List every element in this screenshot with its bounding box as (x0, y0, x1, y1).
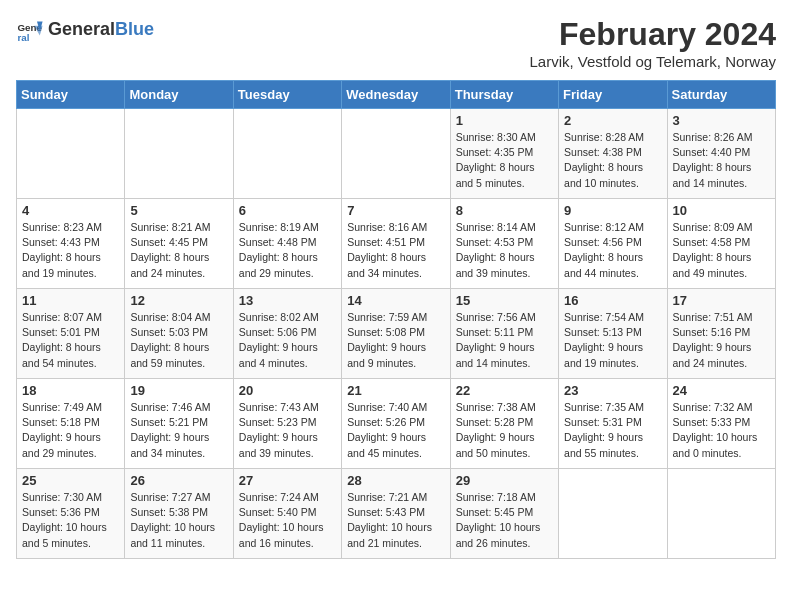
calendar-cell (342, 109, 450, 199)
day-info: Sunrise: 8:16 AM Sunset: 4:51 PM Dayligh… (347, 220, 444, 281)
calendar-cell: 5Sunrise: 8:21 AM Sunset: 4:45 PM Daylig… (125, 199, 233, 289)
day-info: Sunrise: 8:21 AM Sunset: 4:45 PM Dayligh… (130, 220, 227, 281)
calendar-cell (125, 109, 233, 199)
day-number: 21 (347, 383, 444, 398)
day-info: Sunrise: 8:09 AM Sunset: 4:58 PM Dayligh… (673, 220, 770, 281)
calendar-cell: 13Sunrise: 8:02 AM Sunset: 5:06 PM Dayli… (233, 289, 341, 379)
calendar-cell: 11Sunrise: 8:07 AM Sunset: 5:01 PM Dayli… (17, 289, 125, 379)
day-info: Sunrise: 7:40 AM Sunset: 5:26 PM Dayligh… (347, 400, 444, 461)
day-of-week-sunday: Sunday (17, 81, 125, 109)
day-info: Sunrise: 7:59 AM Sunset: 5:08 PM Dayligh… (347, 310, 444, 371)
calendar-cell: 28Sunrise: 7:21 AM Sunset: 5:43 PM Dayli… (342, 469, 450, 559)
day-info: Sunrise: 7:49 AM Sunset: 5:18 PM Dayligh… (22, 400, 119, 461)
day-info: Sunrise: 8:14 AM Sunset: 4:53 PM Dayligh… (456, 220, 553, 281)
calendar-cell: 4Sunrise: 8:23 AM Sunset: 4:43 PM Daylig… (17, 199, 125, 289)
week-row-1: 1Sunrise: 8:30 AM Sunset: 4:35 PM Daylig… (17, 109, 776, 199)
calendar-cell: 17Sunrise: 7:51 AM Sunset: 5:16 PM Dayli… (667, 289, 775, 379)
day-number: 5 (130, 203, 227, 218)
day-info: Sunrise: 8:02 AM Sunset: 5:06 PM Dayligh… (239, 310, 336, 371)
day-info: Sunrise: 8:12 AM Sunset: 4:56 PM Dayligh… (564, 220, 661, 281)
calendar-cell: 15Sunrise: 7:56 AM Sunset: 5:11 PM Dayli… (450, 289, 558, 379)
day-number: 2 (564, 113, 661, 128)
day-number: 13 (239, 293, 336, 308)
day-number: 1 (456, 113, 553, 128)
day-number: 19 (130, 383, 227, 398)
day-of-week-tuesday: Tuesday (233, 81, 341, 109)
day-info: Sunrise: 7:35 AM Sunset: 5:31 PM Dayligh… (564, 400, 661, 461)
day-info: Sunrise: 7:54 AM Sunset: 5:13 PM Dayligh… (564, 310, 661, 371)
day-number: 9 (564, 203, 661, 218)
calendar-cell: 23Sunrise: 7:35 AM Sunset: 5:31 PM Dayli… (559, 379, 667, 469)
location: Larvik, Vestfold og Telemark, Norway (530, 53, 777, 70)
day-info: Sunrise: 7:30 AM Sunset: 5:36 PM Dayligh… (22, 490, 119, 551)
day-number: 25 (22, 473, 119, 488)
title-area: February 2024 Larvik, Vestfold og Telema… (530, 16, 777, 70)
calendar-cell: 18Sunrise: 7:49 AM Sunset: 5:18 PM Dayli… (17, 379, 125, 469)
day-info: Sunrise: 8:04 AM Sunset: 5:03 PM Dayligh… (130, 310, 227, 371)
header: Gene ral GeneralBlue February 2024 Larvi… (16, 16, 776, 70)
calendar-cell: 10Sunrise: 8:09 AM Sunset: 4:58 PM Dayli… (667, 199, 775, 289)
day-number: 14 (347, 293, 444, 308)
day-info: Sunrise: 7:27 AM Sunset: 5:38 PM Dayligh… (130, 490, 227, 551)
day-number: 18 (22, 383, 119, 398)
calendar-cell: 22Sunrise: 7:38 AM Sunset: 5:28 PM Dayli… (450, 379, 558, 469)
day-of-week-wednesday: Wednesday (342, 81, 450, 109)
calendar-cell: 3Sunrise: 8:26 AM Sunset: 4:40 PM Daylig… (667, 109, 775, 199)
week-row-2: 4Sunrise: 8:23 AM Sunset: 4:43 PM Daylig… (17, 199, 776, 289)
day-number: 8 (456, 203, 553, 218)
day-number: 11 (22, 293, 119, 308)
day-number: 10 (673, 203, 770, 218)
day-number: 3 (673, 113, 770, 128)
day-info: Sunrise: 8:28 AM Sunset: 4:38 PM Dayligh… (564, 130, 661, 191)
logo-text-general: General (48, 20, 115, 40)
calendar-cell: 27Sunrise: 7:24 AM Sunset: 5:40 PM Dayli… (233, 469, 341, 559)
logo: Gene ral GeneralBlue (16, 16, 154, 44)
calendar-cell: 2Sunrise: 8:28 AM Sunset: 4:38 PM Daylig… (559, 109, 667, 199)
calendar-cell: 12Sunrise: 8:04 AM Sunset: 5:03 PM Dayli… (125, 289, 233, 379)
day-info: Sunrise: 8:26 AM Sunset: 4:40 PM Dayligh… (673, 130, 770, 191)
logo-text-blue: Blue (115, 20, 154, 40)
day-number: 6 (239, 203, 336, 218)
day-info: Sunrise: 7:51 AM Sunset: 5:16 PM Dayligh… (673, 310, 770, 371)
month-year: February 2024 (530, 16, 777, 53)
day-info: Sunrise: 8:23 AM Sunset: 4:43 PM Dayligh… (22, 220, 119, 281)
day-number: 28 (347, 473, 444, 488)
calendar-cell: 9Sunrise: 8:12 AM Sunset: 4:56 PM Daylig… (559, 199, 667, 289)
day-number: 4 (22, 203, 119, 218)
day-info: Sunrise: 7:21 AM Sunset: 5:43 PM Dayligh… (347, 490, 444, 551)
calendar-cell: 1Sunrise: 8:30 AM Sunset: 4:35 PM Daylig… (450, 109, 558, 199)
calendar-cell: 29Sunrise: 7:18 AM Sunset: 5:45 PM Dayli… (450, 469, 558, 559)
day-of-week-saturday: Saturday (667, 81, 775, 109)
day-number: 12 (130, 293, 227, 308)
day-info: Sunrise: 7:56 AM Sunset: 5:11 PM Dayligh… (456, 310, 553, 371)
day-info: Sunrise: 7:18 AM Sunset: 5:45 PM Dayligh… (456, 490, 553, 551)
day-info: Sunrise: 7:43 AM Sunset: 5:23 PM Dayligh… (239, 400, 336, 461)
day-info: Sunrise: 7:46 AM Sunset: 5:21 PM Dayligh… (130, 400, 227, 461)
day-of-week-friday: Friday (559, 81, 667, 109)
day-info: Sunrise: 8:30 AM Sunset: 4:35 PM Dayligh… (456, 130, 553, 191)
week-row-4: 18Sunrise: 7:49 AM Sunset: 5:18 PM Dayli… (17, 379, 776, 469)
calendar-cell: 6Sunrise: 8:19 AM Sunset: 4:48 PM Daylig… (233, 199, 341, 289)
day-number: 23 (564, 383, 661, 398)
day-number: 29 (456, 473, 553, 488)
calendar-table: SundayMondayTuesdayWednesdayThursdayFrid… (16, 80, 776, 559)
day-of-week-monday: Monday (125, 81, 233, 109)
calendar-cell: 7Sunrise: 8:16 AM Sunset: 4:51 PM Daylig… (342, 199, 450, 289)
calendar-cell (17, 109, 125, 199)
calendar-cell: 25Sunrise: 7:30 AM Sunset: 5:36 PM Dayli… (17, 469, 125, 559)
calendar-cell: 24Sunrise: 7:32 AM Sunset: 5:33 PM Dayli… (667, 379, 775, 469)
day-number: 16 (564, 293, 661, 308)
week-row-3: 11Sunrise: 8:07 AM Sunset: 5:01 PM Dayli… (17, 289, 776, 379)
day-number: 17 (673, 293, 770, 308)
day-info: Sunrise: 7:32 AM Sunset: 5:33 PM Dayligh… (673, 400, 770, 461)
day-info: Sunrise: 8:07 AM Sunset: 5:01 PM Dayligh… (22, 310, 119, 371)
week-row-5: 25Sunrise: 7:30 AM Sunset: 5:36 PM Dayli… (17, 469, 776, 559)
day-info: Sunrise: 7:24 AM Sunset: 5:40 PM Dayligh… (239, 490, 336, 551)
day-number: 7 (347, 203, 444, 218)
calendar-cell (233, 109, 341, 199)
day-of-week-thursday: Thursday (450, 81, 558, 109)
calendar-cell: 20Sunrise: 7:43 AM Sunset: 5:23 PM Dayli… (233, 379, 341, 469)
calendar-cell: 19Sunrise: 7:46 AM Sunset: 5:21 PM Dayli… (125, 379, 233, 469)
calendar-cell: 14Sunrise: 7:59 AM Sunset: 5:08 PM Dayli… (342, 289, 450, 379)
days-of-week-row: SundayMondayTuesdayWednesdayThursdayFrid… (17, 81, 776, 109)
